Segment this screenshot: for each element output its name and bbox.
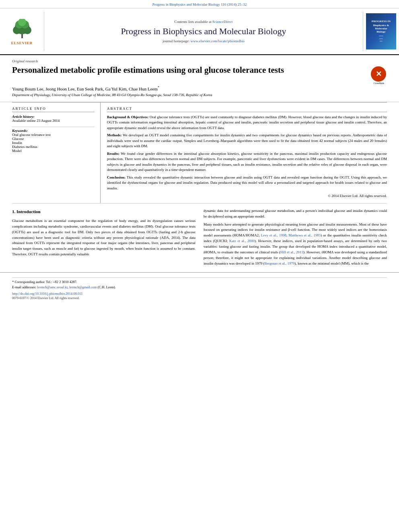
article-info-section-label: ARTICLE INFO xyxy=(12,107,95,112)
elsevier-tree-icon xyxy=(8,19,36,39)
abstract-results: Results: We found clear gender differenc… xyxy=(107,151,387,173)
keyword-item: Insulin xyxy=(12,141,95,145)
article-history-label: Article history: xyxy=(12,115,95,119)
article-keywords-group: Keywords: Oral glucose tolerance test Gl… xyxy=(12,129,95,153)
article-title: Personalized metabolic profile estimatio… xyxy=(12,65,284,76)
keyword-item: Oral glucose tolerance test xyxy=(12,133,95,137)
introduction-heading: 1. Introduction xyxy=(12,208,195,215)
article-authors: Young Boum Lee, Jeong Hoon Lee, Eun Seok… xyxy=(12,86,387,91)
abstract-column: ABSTRACT Background & Objectives: Oral g… xyxy=(101,103,387,203)
keyword-item: Diabetes mellitus xyxy=(12,145,95,149)
abstract-conclusion: Conclusion: This study revealed the quan… xyxy=(107,175,387,191)
journal-cover-image: PROGRESS IN Biophysics & Molecular Biolo… xyxy=(366,13,396,49)
svg-rect-0 xyxy=(21,34,23,38)
copyright-notice: © 2014 Elsevier Ltd. All rights reserved… xyxy=(107,193,387,199)
journal-thumbnail: PROGRESS IN Biophysics & Molecular Biolo… xyxy=(363,12,399,51)
abstract-section-label: ABSTRACT xyxy=(107,107,387,112)
journal-header: ELSEVIER Contents lists available at Sci… xyxy=(0,8,399,55)
doi-line: http://dx.doi.org/10.1016/j.pbiomolbio.2… xyxy=(12,292,387,296)
keyword-item: Glucose xyxy=(12,137,95,141)
journal-reference: Progress in Biophysics and Molecular Bio… xyxy=(0,0,399,8)
article-info-abstract-section: ARTICLE INFO Article history: Available … xyxy=(12,102,387,203)
email-link[interactable]: leemch@amc.seoul.kr xyxy=(37,285,67,289)
homepage-line: journal homepage: www.elsevier.com/locat… xyxy=(162,39,245,43)
journal-title-section: Contents lists available at ScienceDirec… xyxy=(44,12,363,51)
abstract-text: Background & Objectives: Oral glucose to… xyxy=(107,115,387,199)
intro-right-para2: Many models have attempted to generate p… xyxy=(204,222,387,267)
matthews-reference-link[interactable]: Matthews et al., 1985 xyxy=(288,233,321,237)
introduction-left-column: 1. Introduction Glucose metabolism is an… xyxy=(12,208,195,269)
article-affiliation: Department of Physiology, University of … xyxy=(12,93,387,97)
article-info-column: ARTICLE INFO Article history: Available … xyxy=(12,103,101,203)
crossmark-icon: ✕ xyxy=(371,66,386,82)
elsevier-brand-label: ELSEVIER xyxy=(11,41,33,45)
introduction-left-text: Glucose metabolism is an essential compo… xyxy=(12,218,195,258)
article-history-group: Article history: Available online 23 Aug… xyxy=(12,115,95,123)
homepage-link[interactable]: www.elsevier.com/locate/pbiomolbio xyxy=(191,39,245,43)
keywords-label: Keywords: xyxy=(12,129,95,133)
contents-available-line: Contents lists available at ScienceDirec… xyxy=(175,20,233,24)
sciencedirect-link[interactable]: ScienceDirect xyxy=(212,20,232,24)
license-line: 0079-6107/© 2014 Elsevier Ltd. All right… xyxy=(12,296,387,300)
elsevier-logo-image xyxy=(6,18,38,40)
article-title-row: Personalized metabolic profile estimatio… xyxy=(12,65,387,82)
abstract-background: Background & Objectives: Oral glucose to… xyxy=(107,115,387,131)
email-link-2[interactable]: leemch@gmail.com xyxy=(69,285,97,289)
doi-link[interactable]: http://dx.doi.org/10.1016/j.pbiomolbio.2… xyxy=(12,292,82,296)
article-history-value: Available online 23 August 2014 xyxy=(12,119,95,123)
keyword-item: Model xyxy=(12,149,95,153)
introduction-section: 1. Introduction Glucose metabolism is an… xyxy=(0,203,399,269)
elsevier-logo-section: ELSEVIER xyxy=(0,12,44,51)
crossmark-badge: ✕ CrossMark xyxy=(371,66,387,82)
corresponding-author-note: * Corresponding author. Tel.: +82 2 3010… xyxy=(12,279,387,285)
email-addresses-note: E-mail addresses: leemch@amc.seoul.kr, l… xyxy=(12,285,387,290)
article-header-section: Original research Personalized metabolic… xyxy=(0,55,399,102)
levy-reference-link[interactable]: Levy et al., 1998 xyxy=(261,233,286,237)
katz-reference-link[interactable]: Katz et al., 2000 xyxy=(229,239,255,243)
footnote-section: * Corresponding author. Tel.: +82 2 3010… xyxy=(0,272,399,303)
journal-main-title: Progress in Biophysics and Molecular Bio… xyxy=(121,26,286,37)
introduction-right-column: dynamic data for understanding personal … xyxy=(204,208,387,269)
abstract-methods: Methods: We developed an OGTT model cont… xyxy=(107,133,387,149)
bergman-reference-link[interactable]: Bergman et al., 1979 xyxy=(264,261,294,265)
keywords-list: Oral glucose tolerance test Glucose Insu… xyxy=(12,133,95,153)
introduction-right-text: dynamic data for understanding personal … xyxy=(204,208,387,267)
hill-reference-link[interactable]: Hill et al., 2013 xyxy=(280,250,303,254)
article-type-label: Original research xyxy=(12,59,387,63)
